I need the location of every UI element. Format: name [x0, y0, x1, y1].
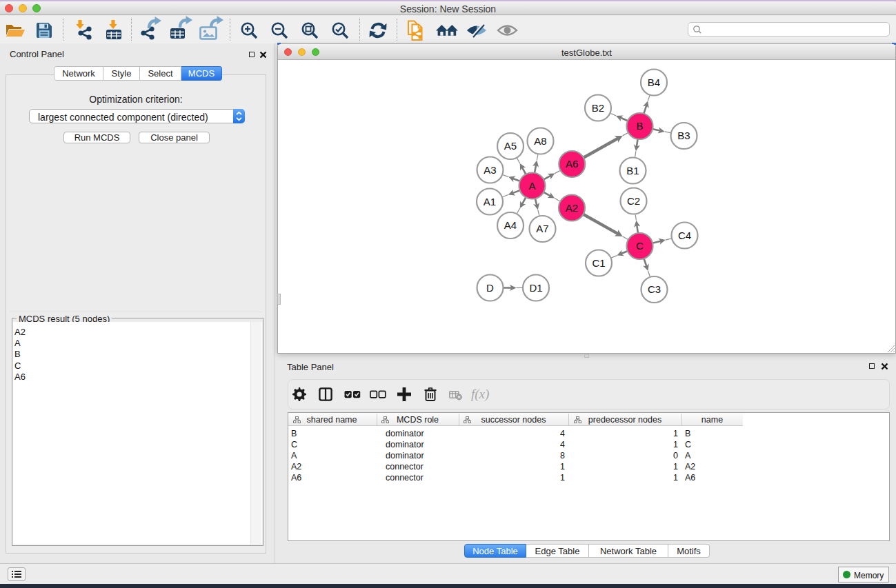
svg-text:B1: B1 — [626, 165, 639, 176]
svg-text:B4: B4 — [648, 77, 660, 88]
svg-text:A7: A7 — [536, 223, 548, 234]
svg-text:B: B — [636, 120, 643, 132]
svg-text:C3: C3 — [648, 283, 661, 295]
svg-text:C: C — [636, 240, 644, 252]
svg-text:A1: A1 — [484, 196, 496, 207]
svg-text:A4: A4 — [504, 219, 517, 231]
svg-text:D1: D1 — [529, 282, 542, 294]
svg-text:C4: C4 — [678, 230, 691, 241]
svg-text:B2: B2 — [592, 102, 604, 114]
svg-text:A2: A2 — [566, 202, 578, 214]
svg-text:A: A — [528, 180, 535, 192]
svg-text:A5: A5 — [504, 140, 517, 152]
svg-text:B3: B3 — [677, 130, 690, 141]
svg-text:C2: C2 — [627, 195, 640, 207]
svg-text:C1: C1 — [592, 257, 605, 269]
svg-text:A3: A3 — [484, 164, 496, 176]
svg-text:A8: A8 — [534, 135, 546, 147]
svg-text:D: D — [486, 282, 494, 294]
svg-text:A6: A6 — [566, 158, 578, 170]
